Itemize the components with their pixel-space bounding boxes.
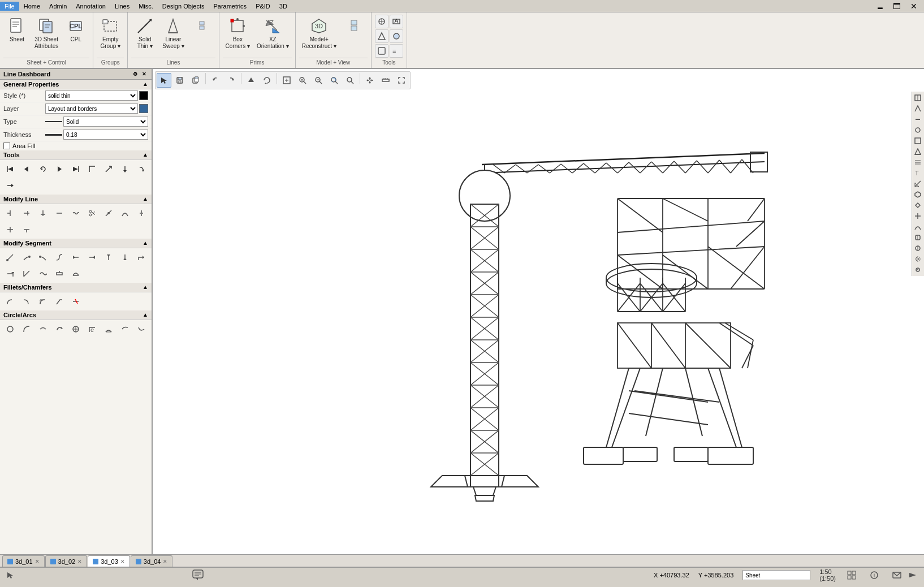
rmt-10[interactable] [913, 189, 923, 200]
cpl-btn[interactable]: CPL CPL [62, 15, 89, 45]
rmt-3[interactable] [913, 114, 923, 124]
ms-7[interactable] [101, 249, 116, 265]
model-view-more-btn[interactable] [340, 15, 368, 38]
menu-design-objects[interactable]: Design Objects [158, 2, 209, 11]
tab-3d-01-close[interactable]: ✕ [35, 559, 40, 564]
ml-split[interactable] [133, 205, 149, 221]
status-arrow-right-btn[interactable] [906, 568, 919, 582]
tool-arrow-right[interactable] [2, 178, 18, 193]
status-mail-btn[interactable] [890, 568, 904, 582]
ml-straight[interactable] [51, 205, 67, 221]
ms-13[interactable] [51, 266, 67, 282]
viewport[interactable]: T [153, 69, 924, 554]
3d-sheet-attributes-btn[interactable]: 3D SheetAttributes [32, 15, 61, 52]
tools-r6-btn[interactable]: ≡ [390, 44, 403, 58]
ca-circle-cross[interactable] [68, 321, 84, 337]
rmt-6[interactable] [913, 146, 923, 157]
fc-3[interactable] [35, 294, 51, 309]
menu-parametrics[interactable]: Parametrics [209, 2, 251, 11]
rmt-5[interactable] [913, 136, 923, 146]
status-grid-btn[interactable] [845, 568, 858, 582]
tab-3d-01[interactable]: 3d_01 ✕ [2, 555, 45, 567]
ca-arc5[interactable] [133, 321, 149, 337]
ms-10[interactable] [2, 266, 18, 282]
window-min-btn[interactable]: 🗕 [872, 0, 888, 14]
tb-save[interactable] [172, 73, 187, 88]
tab-3d-03[interactable]: 3d_03 ✕ [88, 555, 130, 567]
layer-select[interactable]: Layout and borders [45, 103, 138, 114]
fc-4[interactable] [51, 294, 67, 309]
tb-save-as[interactable] [188, 73, 203, 88]
tool-corner[interactable] [84, 161, 100, 177]
rmt-15[interactable] [913, 243, 923, 253]
sheet-btn[interactable]: Sheet [3, 15, 31, 45]
tab-3d-04[interactable]: 3d_04 ✕ [131, 555, 173, 567]
ml-t-join[interactable] [19, 222, 34, 238]
lines-more-btn[interactable] [188, 15, 215, 38]
tab-3d-03-close[interactable]: ✕ [120, 559, 125, 564]
ms-2[interactable] [19, 249, 34, 265]
tb-zoom-out[interactable] [311, 73, 326, 88]
ml-extend-h[interactable] [19, 205, 34, 221]
panel-close-btn[interactable]: ✕ [140, 70, 148, 78]
fc-2[interactable] [19, 294, 34, 309]
ms-3[interactable] [35, 249, 51, 265]
tb-pan[interactable] [362, 73, 377, 88]
tool-extend[interactable] [101, 161, 116, 177]
rmt-1[interactable] [913, 93, 923, 103]
xz-orientation-btn[interactable]: XZ XZOrientation ▾ [254, 15, 292, 52]
model-plus-btn[interactable]: 3D Model+Reconstruct ▾ [299, 15, 339, 52]
type-select[interactable]: Solid [63, 116, 148, 127]
fc-1[interactable] [2, 294, 18, 309]
window-close-btn[interactable]: ✕ [906, 0, 922, 14]
layer-color-swatch[interactable] [139, 104, 148, 113]
rmt-2[interactable] [913, 103, 923, 114]
rmt-14[interactable] [913, 232, 923, 243]
ca-arc2[interactable] [35, 321, 51, 337]
tab-3d-02-close[interactable]: ✕ [77, 559, 82, 564]
ml-trim[interactable] [2, 205, 18, 221]
tool-prev[interactable] [19, 161, 34, 177]
tools-r4-btn[interactable] [390, 29, 403, 43]
tb-arrow-up[interactable] [244, 73, 258, 88]
menu-home[interactable]: Home [19, 2, 45, 11]
modify-line-collapse[interactable]: ▲ [143, 196, 148, 202]
circle-arcs-collapse[interactable]: ▲ [143, 312, 148, 318]
rmt-4[interactable] [913, 125, 923, 135]
thickness-select[interactable]: 0.18 [63, 130, 148, 140]
tools-section-collapse[interactable]: ▲ [143, 152, 148, 158]
empty-group-btn[interactable]: □ EmptyGroup ▾ [97, 15, 124, 52]
ms-14[interactable] [68, 266, 84, 282]
ms-8[interactable] [117, 249, 133, 265]
ca-e[interactable]: e [84, 321, 100, 337]
rmt-gear[interactable] [913, 254, 923, 264]
ml-connect[interactable] [101, 205, 116, 221]
ms-5[interactable] [68, 249, 84, 265]
ca-arc4[interactable] [117, 321, 133, 337]
tool-rotate[interactable] [133, 161, 149, 177]
fillets-chamfers-collapse[interactable]: ▲ [143, 284, 148, 291]
tools-r5-btn[interactable] [375, 44, 388, 58]
menu-3d[interactable]: 3D [275, 2, 292, 11]
ms-1[interactable] [2, 249, 18, 265]
window-max-btn[interactable]: 🗖 [889, 0, 905, 14]
tool-next[interactable] [51, 161, 67, 177]
tb-undo[interactable] [208, 73, 223, 88]
menu-annotation[interactable]: Annotation [71, 2, 110, 11]
ml-wave[interactable] [68, 205, 84, 221]
menu-lines[interactable]: Lines [110, 2, 134, 11]
ca-circle[interactable] [2, 321, 18, 337]
tb-zoom-prev[interactable] [343, 73, 357, 88]
menu-misc[interactable]: Misc. [134, 2, 158, 11]
tb-zoom-rect[interactable] [327, 73, 342, 88]
area-fill-checkbox[interactable] [3, 143, 10, 149]
ca-arc1[interactable] [19, 321, 34, 337]
ca-arc-rotate[interactable] [51, 321, 67, 337]
ms-9[interactable] [133, 249, 149, 265]
tool-first[interactable] [2, 161, 18, 177]
tab-3d-04-close[interactable]: ✕ [163, 559, 167, 564]
box-corners-btn[interactable]: BoxCorners ▾ [223, 15, 253, 52]
ms-6[interactable] [84, 249, 100, 265]
rmt-11[interactable] [913, 200, 923, 210]
tools-r2-btn[interactable]: A [390, 15, 403, 28]
